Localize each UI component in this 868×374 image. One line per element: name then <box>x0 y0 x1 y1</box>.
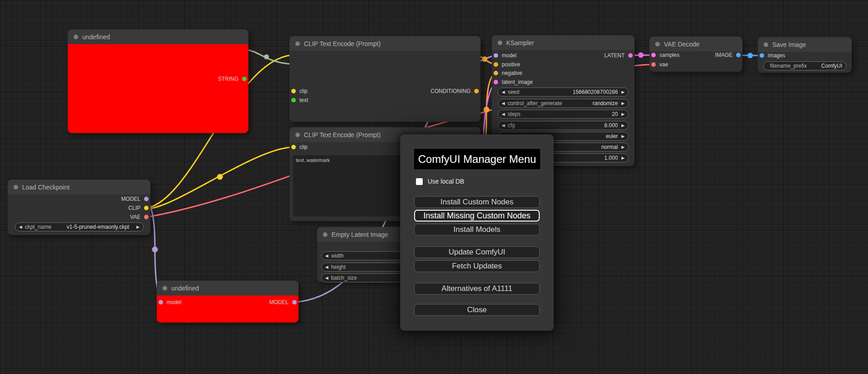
slot-dot-images[interactable] <box>760 53 764 58</box>
slot-dot-text[interactable] <box>291 98 296 102</box>
increment-arrow-icon[interactable]: ▶ <box>621 134 625 139</box>
decrement-arrow-icon[interactable]: ◀ <box>325 265 328 269</box>
output-slot-string[interactable]: STRING <box>218 76 247 82</box>
decrement-arrow-icon[interactable]: ◀ <box>502 124 505 128</box>
slot-dot-latent-image[interactable] <box>494 80 498 84</box>
reroute-dot-positive[interactable] <box>482 56 487 62</box>
increment-arrow-icon[interactable]: ▶ <box>621 156 625 160</box>
widget-ckpt-name[interactable]: ◀ ckpt_name v1-5-pruned-emaonly.ckpt ▶ <box>15 222 144 231</box>
node-vae-decode[interactable]: VAE Decode samples vae IMAGE <box>649 37 742 72</box>
output-slot-image[interactable]: IMAGE <box>715 52 741 58</box>
input-slot-negative[interactable]: negative <box>494 70 522 76</box>
collapse-dot-icon[interactable] <box>764 42 768 47</box>
decrement-arrow-icon[interactable]: ◀ <box>502 90 505 94</box>
decrement-arrow-icon[interactable]: ◀ <box>325 254 328 258</box>
reroute-dot-model[interactable] <box>152 247 158 253</box>
input-slot-clip[interactable]: clip <box>291 88 308 94</box>
node-save-image[interactable]: Save Image images filename_prefix ComfyU… <box>758 37 852 73</box>
node-titlebar[interactable]: Load Checkpoint <box>8 180 150 194</box>
widget-filename-prefix[interactable]: filename_prefix ComfyUI <box>763 61 846 70</box>
use-local-db-checkbox[interactable] <box>416 178 423 185</box>
output-slot-model[interactable]: MODEL <box>121 196 149 202</box>
widget-seed[interactable]: ◀ seed 156680208700286 ▶ <box>498 88 629 97</box>
reroute-dot-samples[interactable] <box>638 52 644 58</box>
slot-dot-positive[interactable] <box>494 62 498 67</box>
slot-dot-clip[interactable] <box>291 89 296 93</box>
use-local-db-row[interactable]: Use local DB <box>416 178 464 185</box>
input-slot-positive[interactable]: positive <box>494 61 520 68</box>
decrement-arrow-icon[interactable]: ◀ <box>325 276 328 280</box>
install-models-button[interactable]: Install Models <box>414 224 540 235</box>
collapse-dot-icon[interactable] <box>498 41 502 45</box>
collapse-dot-icon[interactable] <box>74 35 78 39</box>
output-slot-model[interactable]: MODEL <box>269 299 297 305</box>
slot-dot-string[interactable] <box>242 77 247 81</box>
decrement-arrow-icon[interactable]: ◀ <box>502 102 505 106</box>
node-clip-text-encode-1[interactable]: CLIP Text Encode (Prompt) clip text COND… <box>289 36 481 122</box>
node-titlebar[interactable]: undefined <box>68 29 248 44</box>
output-slot-conditioning[interactable]: CONDITIONING <box>430 88 479 94</box>
increment-arrow-icon[interactable]: ▶ <box>621 124 625 128</box>
reroute-dot-clip[interactable] <box>217 174 223 180</box>
slot-dot-image[interactable] <box>736 53 741 57</box>
widget-steps[interactable]: ◀ steps 20 ▶ <box>498 110 629 119</box>
collapse-dot-icon[interactable] <box>163 286 167 291</box>
input-slot-clip[interactable]: clip <box>291 144 308 150</box>
slot-dot-vae[interactable] <box>144 215 149 219</box>
slot-dot-model[interactable] <box>159 300 163 305</box>
node-titlebar[interactable]: CLIP Text Encode (Prompt) <box>289 36 481 51</box>
slot-dot-model[interactable] <box>494 53 498 58</box>
node-titlebar[interactable]: VAE Decode <box>649 37 742 51</box>
reroute-dot-negative[interactable] <box>484 107 490 113</box>
slot-dot-model[interactable] <box>144 197 149 201</box>
node-titlebar[interactable]: undefined <box>157 281 299 296</box>
collapse-dot-icon[interactable] <box>14 185 18 189</box>
close-button[interactable]: Close <box>414 304 540 316</box>
increment-arrow-icon[interactable]: ▶ <box>621 102 625 106</box>
node-graph-canvas[interactable]: undefined STRING CLIP Text Encode (Promp… <box>0 0 868 374</box>
fetch-updates-button[interactable]: Fetch Updates <box>414 260 540 272</box>
output-slot-latent[interactable]: LATENT <box>604 52 633 59</box>
reroute-dot-string[interactable] <box>264 55 269 60</box>
decrement-arrow-icon[interactable]: ◀ <box>19 225 22 229</box>
input-slot-model[interactable]: model <box>494 52 517 59</box>
collapse-dot-icon[interactable] <box>655 42 660 46</box>
widget-cfg[interactable]: ◀ cfg 8.000 ▶ <box>498 121 629 130</box>
output-slot-clip[interactable]: CLIP <box>128 205 149 211</box>
node-undefined-bottom[interactable]: undefined model MODEL <box>157 281 299 323</box>
node-titlebar[interactable]: KSampler <box>492 35 635 50</box>
reroute-dot-images[interactable] <box>747 53 753 58</box>
install-custom-nodes-button[interactable]: Install Custom Nodes <box>414 196 540 208</box>
alternatives-of-a1111-button[interactable]: Alternatives of A1111 <box>414 283 540 295</box>
slot-dot-conditioning[interactable] <box>474 89 479 93</box>
increment-arrow-icon[interactable]: ▶ <box>621 90 625 94</box>
node-undefined-top[interactable]: undefined STRING <box>68 29 248 133</box>
collapse-dot-icon[interactable] <box>323 232 327 237</box>
decrement-arrow-icon[interactable]: ◀ <box>502 112 505 116</box>
slot-dot-clip[interactable] <box>291 145 296 149</box>
input-slot-text[interactable]: text <box>291 97 308 103</box>
node-titlebar[interactable]: Save Image <box>758 37 852 52</box>
slot-dot-samples[interactable] <box>651 53 656 57</box>
node-title: Save Image <box>772 41 806 48</box>
collapse-dot-icon[interactable] <box>295 133 300 137</box>
input-slot-model[interactable]: model <box>159 299 182 305</box>
increment-arrow-icon[interactable]: ▶ <box>136 225 140 229</box>
input-slot-latent-image[interactable]: latent_image <box>494 79 533 85</box>
output-slot-vae[interactable]: VAE <box>130 214 149 220</box>
collapse-dot-icon[interactable] <box>295 42 300 46</box>
input-slot-images[interactable]: images <box>760 52 785 59</box>
increment-arrow-icon[interactable]: ▶ <box>621 112 625 116</box>
slot-dot-latent[interactable] <box>628 53 633 58</box>
install-missing-custom-nodes-button[interactable]: Install Missing Custom Nodes <box>414 210 540 222</box>
slot-dot-negative[interactable] <box>494 71 498 75</box>
node-load-checkpoint[interactable]: Load Checkpoint MODEL CLIP VAE ◀ ckpt_na… <box>8 180 150 235</box>
slot-dot-model-out[interactable] <box>292 300 297 305</box>
input-slot-samples[interactable]: samples <box>651 52 680 58</box>
widget-control-after-generate[interactable]: ◀ control_after_generate randomize ▶ <box>498 99 629 108</box>
slot-dot-clip[interactable] <box>144 206 149 210</box>
slot-dot-vae[interactable] <box>651 62 656 67</box>
increment-arrow-icon[interactable]: ▶ <box>621 145 625 149</box>
input-slot-vae[interactable]: vae <box>651 61 668 68</box>
update-comfyui-button[interactable]: Update ComfyUI <box>414 246 540 258</box>
